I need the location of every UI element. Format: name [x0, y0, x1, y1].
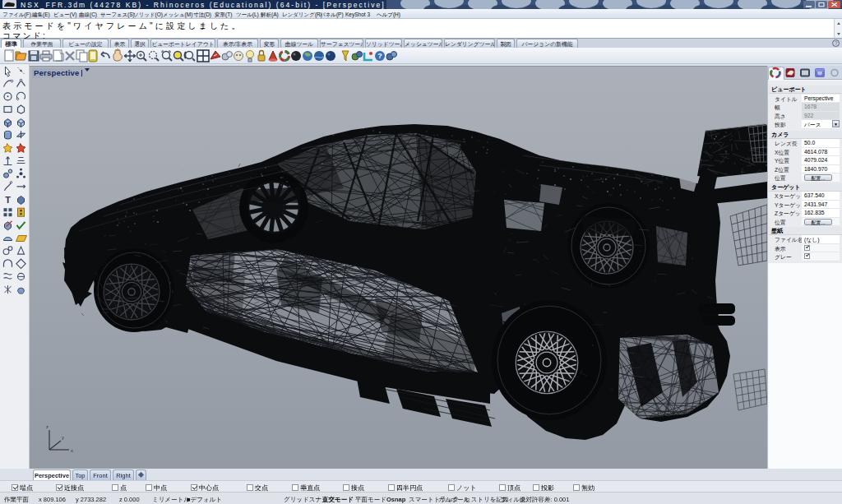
svg-text:y: y	[62, 435, 64, 440]
svg-text:z: z	[46, 424, 49, 429]
svg-text:?: ?	[377, 52, 382, 60]
svg-text:x: x	[71, 448, 73, 453]
svg-text:?: ?	[835, 40, 838, 46]
svg-text:T: T	[5, 195, 11, 205]
